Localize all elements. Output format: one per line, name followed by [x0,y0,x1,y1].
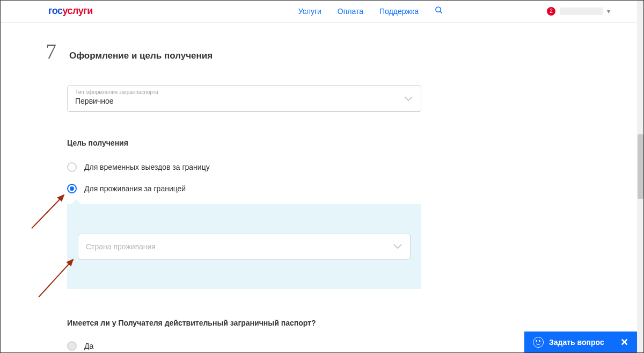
header: госуслуги Услуги Оплата Поддержка 2 ▾ [0,0,637,23]
select-value: Первичное [75,97,114,105]
notifications-badge: 2 [547,7,555,16]
radio-has-passport-yes[interactable]: Да [67,341,421,351]
face-icon [533,337,544,348]
svg-point-0 [436,7,441,12]
passport-type-select[interactable]: Тип оформления загранпаспорта Первичное [67,85,421,112]
nav-links: Услуги Оплата Поддержка [298,6,443,17]
nav-support[interactable]: Поддержка [379,7,419,16]
country-select[interactable]: Страна проживания [78,234,411,260]
ask-question-widget[interactable]: Задать вопрос ✕ [524,332,637,353]
radio-icon [67,162,77,172]
nav-payment[interactable]: Оплата [338,7,363,16]
close-icon[interactable]: ✕ [620,336,628,348]
purpose-label: Цель получения [67,139,421,147]
annotation-arrow [31,192,69,230]
content: 7 Оформление и цель получения Тип оформл… [0,23,424,351]
nav-services[interactable]: Услуги [298,7,321,16]
user-name [560,8,603,15]
ask-label: Задать вопрос [549,338,604,347]
logo[interactable]: госуслуги [48,5,93,17]
radio-icon [67,341,77,351]
search-icon[interactable] [435,6,443,17]
radio-label: Для проживания за границей [84,184,186,193]
svg-line-3 [32,195,64,228]
step-number: 7 [40,39,56,64]
has-passport-label: Имеется ли у Получателя действительный з… [67,319,421,327]
chevron-down-icon: ▾ [607,8,610,15]
radio-selected-icon [67,184,77,193]
user-menu[interactable]: 2 ▾ [547,7,610,16]
chevron-down-icon [404,94,413,104]
chevron-down-icon [393,242,402,251]
scrollbar-thumb[interactable] [638,134,643,199]
radio-label: Да [84,342,93,350]
scrollbar-track[interactable] [637,0,644,353]
select-placeholder: Страна проживания [86,242,156,251]
step-title: Оформление и цель получения [69,51,213,61]
select-label: Тип оформления загранпаспорта [75,89,413,95]
residence-panel: Страна проживания [67,204,421,289]
radio-residence[interactable]: Для проживания за границей [67,184,421,193]
radio-label: Для временных выездов за границу [84,163,210,171]
step-header: 7 Оформление и цель получения [40,39,424,64]
radio-temp-trips[interactable]: Для временных выездов за границу [67,162,421,172]
svg-line-1 [440,11,442,13]
